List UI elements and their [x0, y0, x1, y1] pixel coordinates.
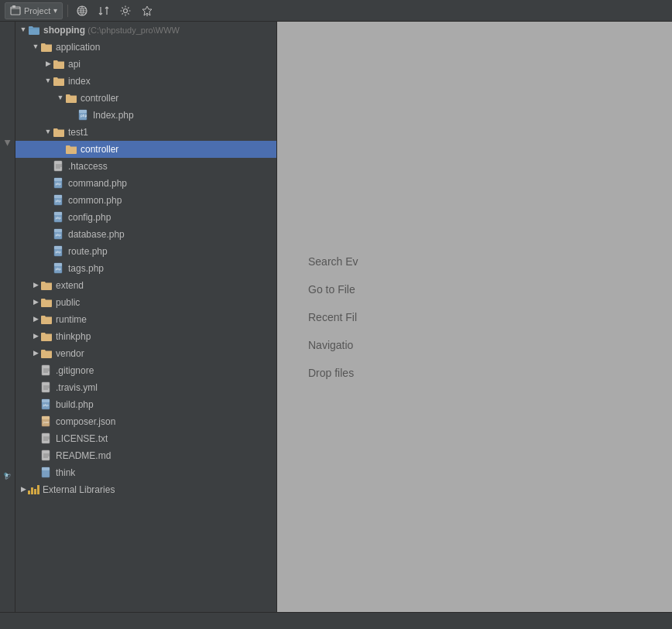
- index-php-label: Index.php: [93, 110, 134, 121]
- tree-item-common-php[interactable]: php common.php: [15, 192, 276, 209]
- tree-item-config-php[interactable]: php config.php: [15, 209, 276, 226]
- route-php-label: route.php: [68, 246, 108, 257]
- vendor-folder-icon: [40, 348, 53, 359]
- tree-item-controller-test1[interactable]: controller: [15, 141, 276, 158]
- think-label: think: [56, 467, 75, 478]
- index-label: index: [68, 76, 91, 87]
- tree-item-test1[interactable]: test1: [15, 124, 276, 141]
- svg-rect-13: [54, 178, 62, 181]
- test1-folder-icon: [53, 127, 65, 138]
- tree-item-build-php[interactable]: php build.php: [15, 396, 276, 413]
- tree-item-route-php[interactable]: php route.php: [15, 243, 276, 260]
- tree-item-runtime[interactable]: runtime: [15, 311, 276, 328]
- tree-item-tags-php[interactable]: php tags.php: [15, 260, 276, 277]
- license-txt-label: LICENSE.txt: [56, 433, 108, 444]
- svg-rect-16: [54, 195, 62, 198]
- globe-button[interactable]: [73, 3, 91, 19]
- toolbar: Project ▾: [0, 0, 672, 22]
- public-label: public: [56, 297, 80, 308]
- svg-text:php: php: [56, 216, 62, 220]
- svg-text:php: php: [43, 403, 50, 407]
- tree-item-think[interactable]: think: [15, 464, 276, 481]
- tree-item-travis-yml[interactable]: .travis.yml: [15, 379, 276, 396]
- config-php-icon: php: [53, 211, 65, 224]
- shortcut-navigation: Navigatio: [308, 339, 353, 351]
- extend-arrow: [31, 281, 40, 290]
- gitignore-icon: [40, 364, 53, 377]
- tree-item-index[interactable]: index: [15, 73, 276, 90]
- tree-item-index-php[interactable]: php Index.php: [15, 107, 276, 124]
- tree-item-gitignore[interactable]: .gitignore: [15, 362, 276, 379]
- test1-arrow: [43, 128, 53, 137]
- database-php-icon: php: [53, 228, 65, 241]
- api-label: api: [68, 59, 81, 70]
- sort-button[interactable]: [94, 3, 113, 19]
- api-folder-icon: [53, 59, 65, 70]
- tree-item-command-php[interactable]: php command.php: [15, 175, 276, 192]
- svg-point-3: [124, 9, 128, 12]
- command-php-arrow: [43, 179, 53, 188]
- application-label: application: [56, 42, 100, 53]
- travis-yml-label: .travis.yml: [56, 382, 98, 393]
- controller-index-label: controller: [81, 93, 118, 104]
- runtime-folder-icon: [40, 314, 53, 325]
- htaccess-icon: [53, 160, 65, 173]
- application-arrow: [31, 43, 40, 52]
- tree-item-controller-index[interactable]: controller: [15, 90, 276, 107]
- pin-button[interactable]: [138, 3, 156, 19]
- project-label-text: Project: [24, 6, 50, 15]
- build-php-arrow: [31, 400, 40, 409]
- think-arrow: [31, 468, 40, 477]
- collapse-icon: ▶: [3, 139, 12, 145]
- license-txt-arrow: [31, 434, 40, 443]
- composer-json-icon: json: [40, 415, 53, 428]
- api-arrow: [43, 60, 53, 69]
- application-folder-icon: [40, 42, 53, 53]
- project-tree: shopping (C:\phpstudy_pro\WWW applicatio…: [15, 22, 277, 612]
- index-php-icon: php: [77, 109, 90, 121]
- recent-files-label: Recent Fil: [308, 311, 357, 323]
- build-php-icon: php: [40, 398, 53, 411]
- route-php-icon: php: [53, 245, 65, 258]
- controller-index-folder-icon: [65, 93, 77, 104]
- tree-item-composer-json[interactable]: json composer.json: [15, 413, 276, 430]
- external-libraries-icon: [28, 485, 39, 494]
- tree-item-readme-md[interactable]: README.md: [15, 447, 276, 464]
- tree-item-application[interactable]: application: [15, 39, 276, 56]
- test1-label: test1: [68, 127, 88, 138]
- shortcut-recent-files: Recent Fil: [308, 311, 357, 323]
- gear-button[interactable]: [116, 3, 135, 19]
- tags-php-arrow: [43, 264, 53, 273]
- svg-rect-28: [54, 263, 62, 266]
- index-folder-icon: [53, 76, 65, 87]
- svg-rect-42: [42, 416, 50, 419]
- command-php-label: command.php: [68, 178, 127, 189]
- tags-php-label: tags.php: [68, 263, 104, 274]
- root-arrow: [19, 26, 28, 35]
- tree-item-database-php[interactable]: php database.php: [15, 226, 276, 243]
- audio-icon: 🔈: [3, 471, 12, 480]
- svg-rect-19: [54, 212, 62, 215]
- left-strip: ▶ 🔈: [0, 22, 15, 612]
- tree-root[interactable]: shopping (C:\phpstudy_pro\WWW: [15, 22, 276, 39]
- controller-test1-arrow: [56, 145, 65, 154]
- index-php-arrow: [68, 111, 77, 120]
- tree-item-external-libraries[interactable]: External Libraries: [15, 481, 276, 498]
- external-libraries-label: External Libraries: [43, 484, 115, 495]
- root-label: shopping (C:\phpstudy_pro\WWW: [43, 25, 180, 36]
- tree-item-vendor[interactable]: vendor: [15, 345, 276, 362]
- svg-text:json: json: [43, 421, 49, 424]
- thinkphp-label: thinkphp: [56, 331, 91, 342]
- tree-item-license-txt[interactable]: LICENSE.txt: [15, 430, 276, 447]
- project-panel-label[interactable]: Project ▾: [5, 2, 63, 19]
- tree-item-api[interactable]: api: [15, 56, 276, 73]
- svg-rect-6: [79, 110, 87, 113]
- tree-item-htaccess[interactable]: .htaccess: [15, 158, 276, 175]
- svg-text:php: php: [56, 199, 62, 203]
- readme-md-label: README.md: [56, 450, 111, 461]
- tree-item-extend[interactable]: extend: [15, 277, 276, 294]
- tree-item-thinkphp[interactable]: thinkphp: [15, 328, 276, 345]
- tree-item-public[interactable]: public: [15, 294, 276, 311]
- composer-json-label: composer.json: [56, 416, 115, 427]
- travis-yml-icon: [40, 381, 53, 394]
